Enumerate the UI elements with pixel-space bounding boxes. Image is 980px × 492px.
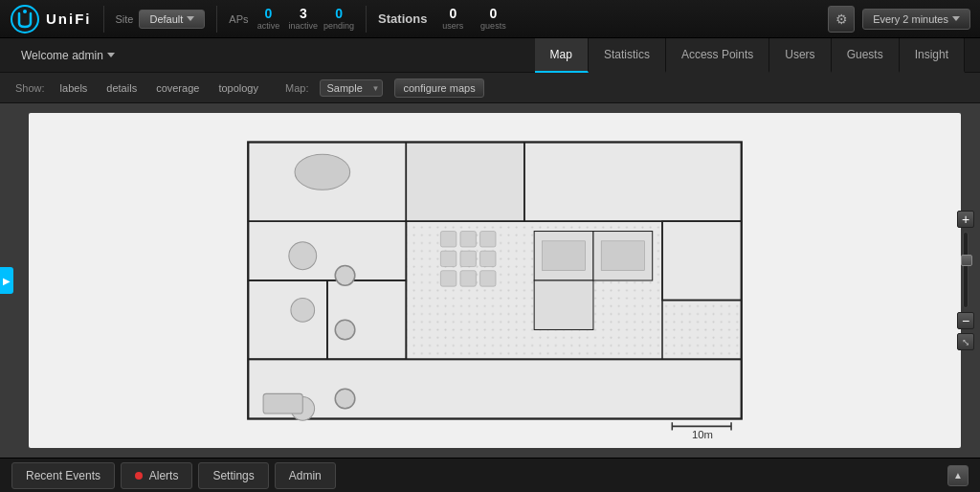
tab-guests-label: Guests [847, 48, 883, 61]
topbar-right: ⚙ Every 2 minutes [828, 6, 970, 33]
recent-events-label: Recent Events [26, 469, 100, 482]
svg-point-37 [335, 320, 355, 340]
svg-rect-12 [662, 221, 741, 300]
pending-label: pending [323, 21, 354, 31]
svg-rect-5 [406, 143, 524, 221]
tab-users[interactable]: Users [769, 38, 831, 73]
bottom-navigation-bar: Recent Events Alerts Settings Admin ▲ [0, 458, 980, 492]
svg-rect-6 [524, 143, 741, 221]
guests-stat: 0 guests [479, 7, 507, 31]
recent-events-tab[interactable]: Recent Events [11, 462, 115, 489]
admin-tab[interactable]: Admin [275, 462, 336, 489]
tab-statistics-label: Statistics [604, 48, 650, 61]
svg-point-38 [335, 389, 355, 409]
inactive-count: 3 [300, 7, 307, 20]
active-count: 0 [265, 7, 273, 20]
show-labels-button[interactable]: labels [56, 80, 92, 96]
svg-point-25 [291, 299, 315, 323]
svg-rect-40 [542, 241, 585, 271]
site-selector[interactable]: Default [139, 10, 205, 29]
alert-indicator-dot [135, 472, 143, 480]
svg-rect-30 [440, 251, 456, 266]
users-label: users [442, 21, 463, 31]
tab-insight-label: Insight [915, 48, 948, 61]
map-area[interactable]: ▶ [0, 103, 980, 458]
unifi-logo-icon [10, 4, 40, 34]
svg-rect-35 [480, 271, 496, 286]
inactive-label: inactive [289, 21, 319, 31]
svg-rect-27 [440, 232, 456, 247]
zoom-out-button[interactable]: − [957, 312, 974, 329]
guests-label: guests [480, 21, 506, 31]
main-content: Show: labels details coverage topology M… [0, 73, 980, 458]
settings-tab[interactable]: Settings [198, 462, 268, 489]
users-count: 0 [449, 7, 457, 20]
svg-rect-28 [460, 232, 476, 247]
site-default-text: Default [149, 13, 183, 25]
svg-rect-34 [460, 271, 476, 286]
zoom-in-button[interactable]: + [957, 211, 974, 228]
show-topology-button[interactable]: topology [214, 80, 262, 96]
svg-point-36 [335, 266, 355, 286]
welcome-caret-icon [107, 53, 115, 57]
sidebar-toggle-button[interactable]: ▶ [0, 267, 13, 294]
aps-label: APs [229, 13, 248, 25]
reset-view-button[interactable]: ⤡ [957, 333, 974, 350]
zoom-thumb [961, 255, 972, 266]
divider-2 [216, 6, 217, 33]
svg-rect-32 [480, 251, 496, 266]
svg-rect-9 [249, 280, 327, 359]
logo-text: UniFi [46, 11, 92, 27]
svg-point-24 [289, 242, 317, 270]
alerts-tab[interactable]: Alerts [121, 462, 192, 489]
settings-gear-button[interactable]: ⚙ [828, 6, 855, 33]
svg-rect-8 [249, 221, 407, 280]
bottom-right: ▲ [947, 465, 969, 486]
svg-point-1 [23, 10, 27, 13]
users-stat: 0 users [438, 7, 467, 31]
stations-label: Stations [378, 11, 427, 26]
configure-maps-button[interactable]: configure maps [394, 78, 483, 98]
site-section: Site Default [116, 10, 206, 29]
reset-icon: ⤡ [962, 337, 969, 347]
tab-map-label: Map [550, 48, 572, 61]
map-select-label: Map: [285, 82, 308, 94]
svg-rect-11 [249, 359, 742, 418]
show-details-button[interactable]: details [102, 80, 141, 96]
zoom-slider[interactable] [963, 232, 969, 308]
svg-rect-33 [440, 271, 456, 286]
alerts-label: Alerts [149, 469, 179, 482]
toggle-arrow-icon: ▶ [3, 276, 11, 286]
map-select[interactable]: Sample [320, 79, 383, 97]
main-tabs: Map Statistics Access Points Users Guest… [535, 38, 965, 73]
pending-count: 0 [335, 7, 343, 20]
svg-rect-41 [601, 241, 644, 271]
divider-3 [366, 6, 367, 33]
map-select-container: Sample [320, 79, 383, 97]
tab-insight[interactable]: Insight [900, 38, 965, 73]
tab-map[interactable]: Map [535, 38, 589, 73]
tab-guests[interactable]: Guests [832, 38, 900, 73]
logo: UniFi [10, 4, 92, 34]
svg-rect-21 [534, 280, 593, 329]
map-toolbar: Show: labels details coverage topology M… [0, 73, 980, 103]
collapse-icon: ▲ [953, 470, 963, 481]
refresh-label: Every 2 minutes [873, 13, 948, 25]
svg-text:10m: 10m [692, 429, 713, 440]
collapse-panel-button[interactable]: ▲ [947, 465, 969, 486]
site-caret-icon [187, 16, 194, 21]
site-label: Site [116, 13, 134, 25]
map-canvas[interactable]: 10m [29, 113, 961, 448]
refresh-interval-button[interactable]: Every 2 minutes [862, 9, 970, 30]
welcome-text: Welcome admin [21, 49, 103, 62]
admin-label: Admin [289, 469, 322, 482]
show-coverage-button[interactable]: coverage [152, 80, 203, 96]
active-stat: 0 active [255, 7, 283, 31]
tab-access-points-label: Access Points [681, 48, 753, 61]
refresh-caret-icon [952, 16, 960, 21]
tab-statistics[interactable]: Statistics [589, 38, 666, 73]
tab-access-points[interactable]: Access Points [666, 38, 769, 73]
zoom-controls: + − ⤡ [957, 211, 974, 350]
welcome-menu-button[interactable]: Welcome admin [15, 45, 121, 66]
svg-rect-31 [460, 251, 476, 266]
